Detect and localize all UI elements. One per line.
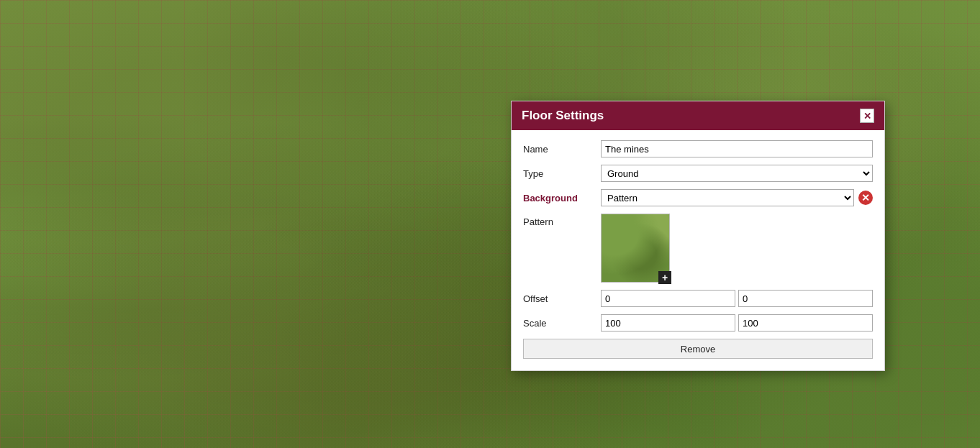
offset-inputs [601, 290, 873, 307]
scale-inputs [601, 314, 873, 332]
background-select[interactable]: Pattern Color None [601, 189, 854, 206]
offset-x-input[interactable] [601, 290, 735, 307]
dialog-title: Floor Settings [522, 109, 604, 123]
pattern-area: + [601, 214, 670, 283]
type-label: Type [523, 168, 595, 179]
dialog-body: Name Type Ground Underground Sky Water B… [512, 130, 884, 370]
offset-label: Offset [523, 293, 595, 304]
add-pattern-button[interactable]: + [658, 271, 671, 284]
pattern-label: Pattern [523, 214, 595, 227]
remove-button[interactable]: Remove [523, 339, 873, 359]
name-label: Name [523, 144, 595, 155]
background-row: Background Pattern Color None ✕ [523, 189, 873, 206]
dialog-header: Floor Settings ✕ [512, 101, 884, 130]
offset-y-input[interactable] [738, 290, 873, 307]
floor-settings-dialog: Floor Settings ✕ Name Type Ground Underg… [511, 101, 885, 371]
background-controls: Pattern Color None ✕ [601, 189, 873, 206]
scale-label: Scale [523, 318, 595, 329]
close-button[interactable]: ✕ [860, 109, 874, 123]
plus-icon: + [662, 273, 668, 283]
clear-icon: ✕ [861, 193, 870, 203]
type-row: Type Ground Underground Sky Water [523, 165, 873, 182]
scale-row: Scale [523, 314, 873, 332]
offset-row: Offset [523, 290, 873, 307]
pattern-row: Pattern + [523, 214, 873, 283]
type-select[interactable]: Ground Underground Sky Water [601, 165, 873, 182]
background-label: Background [523, 193, 595, 204]
name-row: Name [523, 140, 873, 157]
close-icon: ✕ [863, 111, 871, 122]
name-input[interactable] [601, 140, 873, 157]
scale-y-input[interactable] [738, 314, 873, 332]
clear-background-button[interactable]: ✕ [858, 191, 873, 205]
scale-x-input[interactable] [601, 314, 735, 332]
